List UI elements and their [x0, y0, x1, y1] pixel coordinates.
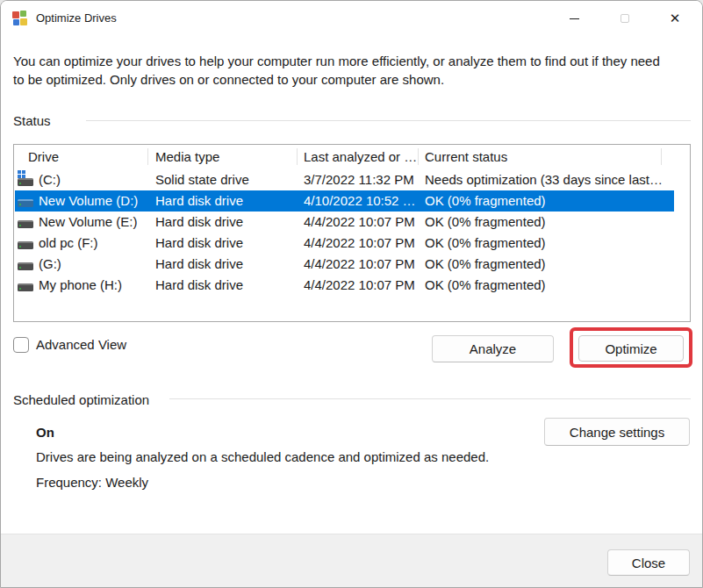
status-group-divider	[86, 120, 691, 121]
drives-table: Drive Media type Last analyzed or … Curr…	[13, 144, 691, 322]
drive-name: New Volume (E:)	[39, 212, 153, 233]
current-status: OK (0% fragmented)	[425, 275, 671, 296]
hard-disk-icon	[18, 278, 35, 292]
last-analyzed: 3/7/2022 11:32 PM	[304, 169, 422, 190]
close-button[interactable]: Close	[607, 549, 690, 576]
media-type: Solid state drive	[155, 169, 296, 190]
drive-name: New Volume (D:)	[39, 190, 153, 212]
current-status: Needs optimization (33 days since last…	[425, 169, 671, 190]
last-analyzed: 4/4/2022 10:07 PM	[304, 212, 422, 233]
system-drive-icon	[18, 173, 35, 187]
column-header-last-analyzed[interactable]: Last analyzed or …	[304, 145, 417, 169]
dialog-footer	[1, 534, 703, 588]
last-analyzed: 4/10/2022 10:52 …	[304, 190, 422, 212]
drive-name: old pc (F:)	[39, 233, 153, 254]
column-divider	[661, 148, 662, 165]
last-analyzed: 4/4/2022 10:07 PM	[304, 254, 422, 275]
column-divider	[297, 148, 298, 165]
optimize-drives-window: Optimize Drives ✕ You can optimize your …	[0, 0, 703, 588]
hard-disk-icon	[18, 215, 35, 229]
media-type: Hard disk drive	[155, 212, 296, 233]
last-analyzed: 4/4/2022 10:07 PM	[304, 233, 422, 254]
close-window-button[interactable]: ✕	[655, 1, 695, 36]
maximize-button	[605, 1, 645, 36]
table-row[interactable]: My phone (H:) Hard disk drive 4/4/2022 1…	[15, 275, 674, 296]
defrag-app-icon	[12, 11, 28, 26]
last-analyzed: 4/4/2022 10:07 PM	[304, 275, 422, 296]
table-row[interactable]: (C:) Solid state drive 3/7/2022 11:32 PM…	[15, 169, 674, 190]
minimize-button[interactable]	[554, 1, 594, 36]
window-title: Optimize Drives	[36, 1, 117, 36]
schedule-frequency: Frequency: Weekly	[36, 475, 148, 490]
column-divider	[147, 148, 148, 165]
advanced-view-checkbox[interactable]	[13, 337, 29, 353]
current-status: OK (0% fragmented)	[425, 190, 671, 212]
table-row[interactable]: New Volume (E:) Hard disk drive 4/4/2022…	[15, 212, 674, 233]
column-header-media-type[interactable]: Media type	[155, 145, 219, 169]
current-status: OK (0% fragmented)	[425, 212, 671, 233]
schedule-description: Drives are being analyzed on a scheduled…	[36, 449, 489, 464]
media-type: Hard disk drive	[155, 254, 296, 275]
analyze-button[interactable]: Analyze	[432, 335, 554, 362]
minimize-icon	[570, 18, 579, 19]
advanced-view-label: Advanced View	[36, 337, 126, 353]
hard-disk-icon	[18, 194, 35, 208]
scheduled-optimization-label: Scheduled optimization	[13, 392, 149, 407]
drive-name: My phone (H:)	[39, 275, 153, 296]
column-header-current-status[interactable]: Current status	[425, 145, 507, 169]
optimize-button[interactable]: Optimize	[578, 335, 684, 362]
media-type: Hard disk drive	[155, 233, 296, 254]
scheduled-group-divider	[169, 398, 691, 399]
drive-name: (C:)	[39, 169, 153, 190]
column-divider	[418, 148, 419, 165]
table-row[interactable]: old pc (F:) Hard disk drive 4/4/2022 10:…	[15, 233, 674, 254]
schedule-state: On	[36, 425, 54, 440]
current-status: OK (0% fragmented)	[425, 254, 671, 275]
table-row-selected[interactable]: New Volume (D:) Hard disk drive 4/10/202…	[15, 190, 674, 212]
change-settings-button[interactable]: Change settings	[544, 418, 690, 446]
drive-name: (G:)	[39, 254, 153, 275]
hard-disk-icon	[18, 257, 35, 271]
hard-disk-icon	[18, 236, 35, 250]
media-type: Hard disk drive	[155, 190, 296, 212]
status-group-label: Status	[13, 113, 51, 128]
current-status: OK (0% fragmented)	[425, 233, 671, 254]
column-header-drive[interactable]: Drive	[28, 145, 59, 169]
media-type: Hard disk drive	[155, 275, 296, 296]
dialog-description: You can optimize your drives to help you…	[13, 52, 664, 89]
titlebar: Optimize Drives ✕	[1, 1, 702, 36]
maximize-icon	[621, 14, 629, 23]
table-row[interactable]: (G:) Hard disk drive 4/4/2022 10:07 PM O…	[15, 254, 674, 275]
close-icon: ✕	[670, 11, 681, 26]
